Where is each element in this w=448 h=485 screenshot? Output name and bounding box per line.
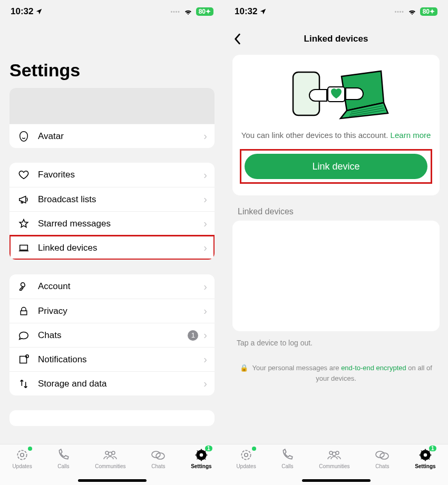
- svg-point-23: [424, 453, 427, 457]
- status-time: 10:32: [235, 6, 257, 17]
- tab-label: Chats: [375, 463, 389, 469]
- tab-label: Communities: [319, 463, 349, 469]
- settings-group-3: Account › Privacy › Chats 1 ›: [9, 274, 215, 395]
- profile-placeholder[interactable]: [9, 88, 215, 124]
- svg-point-5: [109, 452, 112, 456]
- tab-communities[interactable]: Communities: [319, 448, 349, 469]
- starred-row[interactable]: Starred messages ›: [9, 211, 215, 235]
- row-label: Linked devices: [38, 243, 203, 253]
- wifi-icon: [183, 8, 193, 15]
- svg-point-2: [21, 453, 24, 457]
- row-label: Privacy: [38, 306, 203, 316]
- tab-communities[interactable]: Communities: [95, 448, 125, 469]
- row-label: Storage and data: [38, 379, 203, 389]
- cell-dots-icon: ••••: [171, 9, 180, 15]
- row-label: Favorites: [38, 170, 203, 180]
- home-indicator[interactable]: [302, 479, 371, 482]
- encryption-link[interactable]: end-to-end encrypted: [341, 364, 406, 372]
- updates-dot-icon: [28, 447, 32, 451]
- learn-more-link[interactable]: Learn more: [391, 131, 431, 140]
- svg-point-16: [245, 453, 248, 457]
- chevron-right-icon: ›: [203, 305, 207, 317]
- tab-label: Settings: [191, 463, 211, 469]
- chevron-right-icon: ›: [203, 130, 207, 142]
- updates-dot-icon: [252, 447, 256, 451]
- tab-chats[interactable]: Chats: [150, 448, 166, 469]
- encryption-footer: 🔒 Your personal messages are end-to-end …: [240, 363, 432, 383]
- row-label: Broadcast lists: [38, 194, 203, 205]
- tab-label: Calls: [281, 463, 293, 469]
- chat-bubble-icon: [17, 330, 31, 341]
- favorites-row[interactable]: Favorites ›: [9, 163, 215, 187]
- tab-settings[interactable]: 1 Settings: [191, 448, 211, 469]
- section-label: Linked devices: [238, 207, 434, 216]
- back-button[interactable]: [232, 33, 242, 45]
- svg-point-19: [333, 452, 336, 456]
- tab-label: Settings: [415, 463, 435, 469]
- battery-badge: 80✦: [420, 7, 437, 16]
- notification-square-icon: [17, 354, 31, 365]
- location-arrow-icon: [35, 8, 43, 15]
- heart-icon: [17, 169, 31, 181]
- location-arrow-icon: [259, 8, 267, 15]
- settings-group-4-partial: [9, 410, 215, 426]
- svg-point-15: [241, 450, 250, 459]
- wifi-icon: [407, 8, 417, 15]
- linked-devices-row[interactable]: Linked devices ›: [9, 235, 215, 260]
- updates-icon: [15, 448, 29, 462]
- status-time: 10:32: [11, 6, 33, 17]
- home-indicator[interactable]: [78, 479, 147, 482]
- megaphone-icon: [17, 194, 31, 205]
- lock-icon: [17, 305, 31, 317]
- updates-icon: [239, 448, 253, 462]
- notifications-row[interactable]: Notifications ›: [9, 347, 215, 371]
- tab-label: Calls: [57, 463, 69, 469]
- chevron-right-icon: ›: [203, 169, 207, 181]
- tab-chats[interactable]: Chats: [374, 448, 390, 469]
- chevron-right-icon: ›: [203, 242, 207, 254]
- tab-bar: Updates Calls Communities Chats 1 Settin…: [224, 444, 448, 485]
- svg-point-1: [17, 450, 26, 459]
- chevron-right-icon: ›: [203, 193, 207, 205]
- phone-icon: [280, 448, 294, 462]
- privacy-row[interactable]: Privacy ›: [9, 299, 215, 323]
- tab-settings[interactable]: 1 Settings: [415, 448, 435, 469]
- chats-icon: [374, 448, 390, 462]
- hero-card: You can link other devices to this accou…: [232, 55, 440, 195]
- battery-badge: 80✦: [196, 7, 213, 16]
- broadcast-row[interactable]: Broadcast lists ›: [9, 187, 215, 211]
- laptop-icon: [17, 242, 31, 254]
- communities-icon: [326, 448, 342, 462]
- chevron-right-icon: ›: [203, 217, 207, 230]
- tab-calls[interactable]: Calls: [280, 448, 294, 469]
- hero-text: You can link other devices to this accou…: [240, 130, 432, 141]
- tab-label: Communities: [95, 463, 125, 469]
- devices-illustration-icon: [240, 64, 432, 122]
- chevron-right-icon: ›: [203, 281, 207, 293]
- nav-title: Linked devices: [304, 34, 368, 44]
- arrows-updown-icon: [17, 378, 31, 390]
- chats-row[interactable]: Chats 1 ›: [9, 323, 215, 347]
- cell-dots-icon: ••••: [395, 9, 404, 15]
- svg-point-9: [200, 453, 203, 457]
- chats-icon: [150, 448, 166, 462]
- key-icon: [17, 281, 31, 292]
- row-label: Notifications: [38, 354, 203, 365]
- avatar-row[interactable]: Avatar ›: [9, 124, 215, 148]
- star-icon: [17, 218, 31, 230]
- tab-bar: Updates Calls Communities Chats 1 Settin…: [0, 444, 224, 485]
- tab-label: Chats: [151, 463, 165, 469]
- settings-screen: 10:32 •••• 80✦ Settings Avatar ›: [0, 0, 224, 485]
- tab-updates[interactable]: Updates: [236, 448, 256, 469]
- storage-row[interactable]: Storage and data ›: [9, 371, 215, 395]
- tap-hint: Tap a device to log out.: [237, 339, 435, 347]
- tab-updates[interactable]: Updates: [12, 448, 32, 469]
- row-label: Chats: [38, 330, 188, 341]
- account-row[interactable]: Account ›: [9, 274, 215, 299]
- chats-badge: 1: [188, 330, 198, 341]
- nav-header: Linked devices: [224, 26, 448, 52]
- communities-icon: [102, 448, 118, 462]
- link-device-button[interactable]: Link device: [245, 154, 427, 179]
- tab-calls[interactable]: Calls: [56, 448, 70, 469]
- linked-devices-list[interactable]: [232, 221, 440, 331]
